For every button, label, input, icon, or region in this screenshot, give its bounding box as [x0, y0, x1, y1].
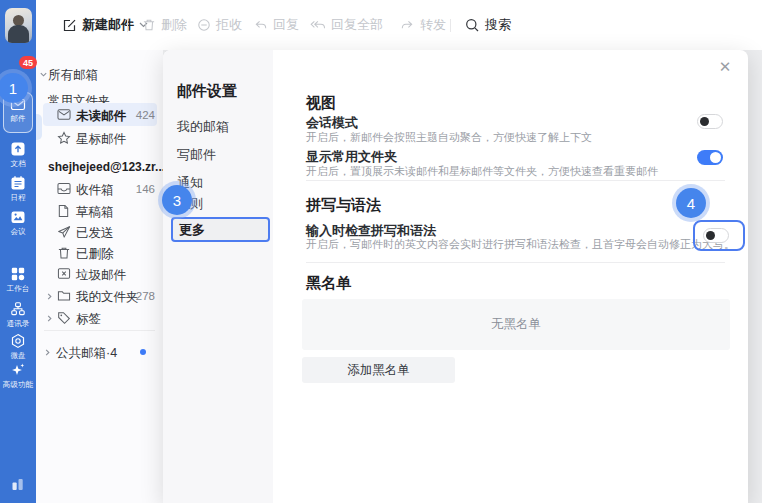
- tag-icon: [57, 311, 71, 325]
- folder-label: 标签: [76, 311, 101, 328]
- inbox-icon: [57, 182, 71, 195]
- workbench-icon: [10, 266, 26, 282]
- add-blacklist-button[interactable]: 添加黑名单: [302, 357, 455, 383]
- delete-button[interactable]: 删除: [142, 0, 187, 50]
- main-toolbar: 新建邮件 删除 拒收 回复: [36, 0, 762, 51]
- sidebar-item-contacts[interactable]: 通讯录: [0, 301, 36, 328]
- sidebar-item-label: 高级功能: [3, 380, 33, 389]
- caret-right-icon: [43, 348, 52, 357]
- folder-label: 公共邮箱·4: [56, 345, 117, 362]
- close-icon[interactable]: ✕: [713, 54, 737, 78]
- reject-label: 拒收: [216, 16, 242, 34]
- account-email: shejhejeed@123.zr...: [48, 160, 165, 174]
- folder-count: 424: [136, 109, 155, 121]
- settings-title: 邮件设置: [177, 82, 237, 101]
- menu-item-more-label: 更多: [179, 221, 205, 239]
- folder-label: 垃圾邮件: [76, 267, 126, 284]
- user-avatar[interactable]: [5, 8, 32, 43]
- sidebar-item-docs[interactable]: 文档: [0, 141, 36, 168]
- sidebar-item-label: 日程: [10, 193, 25, 202]
- folder-label: 所有邮箱: [48, 67, 98, 84]
- sidebar-item-meeting[interactable]: 会议: [0, 209, 36, 236]
- section-heading-blacklist: 黑名单: [306, 274, 351, 293]
- folder-my-folders[interactable]: 我的文件夹 278: [36, 285, 163, 307]
- blacklist-empty-state: 无黑名单: [302, 299, 730, 350]
- folder-sent[interactable]: 已发送: [36, 221, 163, 243]
- toggle-show-common-folders[interactable]: [697, 150, 723, 165]
- account-row[interactable]: shejhejeed@123.zr...: [36, 156, 163, 178]
- folder-unread[interactable]: 未读邮件 424: [36, 104, 163, 126]
- folder-label: 收件箱: [76, 182, 114, 199]
- sidebar-item-drive[interactable]: 微盘: [0, 333, 36, 360]
- toolbar-divider: [127, 19, 128, 32]
- reject-button[interactable]: 拒收: [197, 0, 242, 50]
- folder-divider: [44, 330, 155, 331]
- contacts-icon: [10, 301, 26, 317]
- reply-all-icon: [310, 18, 326, 32]
- unread-dot: [140, 349, 146, 355]
- reply-all-button[interactable]: 回复全部: [310, 0, 383, 50]
- section-heading-spelling: 拼写与语法: [306, 196, 381, 215]
- delete-label: 删除: [161, 16, 187, 34]
- sidebar-item-label: 微盘: [10, 351, 25, 360]
- folder-label: 星标邮件: [76, 131, 126, 148]
- toggle-spellcheck[interactable]: [703, 228, 729, 243]
- sidebar-item-label: 邮件: [10, 114, 25, 123]
- search-label: 搜索: [485, 16, 511, 34]
- sidebar-item-label: 工作台: [7, 284, 30, 293]
- folder-public-mailbox[interactable]: 公共邮箱·4: [36, 341, 163, 363]
- star-icon: [57, 131, 71, 145]
- folder-deleted[interactable]: 已删除: [36, 242, 163, 264]
- menu-item-compose[interactable]: 写邮件: [177, 146, 216, 164]
- folder-starred[interactable]: 星标邮件: [36, 127, 163, 149]
- sidebar-item-calendar[interactable]: 日程: [0, 175, 36, 202]
- row-desc-show-common-folders: 开启后，置顶展示未读邮件和星标邮件等文件夹，方便快速查看重要邮件: [306, 164, 658, 179]
- folder-tags[interactable]: 标签: [36, 307, 163, 329]
- folder-label: 已发送: [76, 225, 114, 242]
- folder-inbox[interactable]: 收件箱 146: [36, 178, 163, 200]
- sidebar-item-label: 通讯录: [7, 319, 30, 328]
- junk-icon: [57, 267, 71, 280]
- forward-button[interactable]: 转发: [400, 0, 446, 50]
- compose-icon: [62, 18, 77, 33]
- trash-icon: [142, 18, 156, 32]
- caret-down-icon: [39, 70, 48, 79]
- reply-icon: [253, 18, 268, 32]
- section-divider: [306, 262, 725, 263]
- unread-mail-icon: [57, 108, 71, 121]
- compose-button[interactable]: 新建邮件: [62, 0, 148, 50]
- sidebar-item-advanced[interactable]: 高级功能: [0, 362, 36, 389]
- folder-junk[interactable]: 垃圾邮件: [36, 263, 163, 285]
- folder-all-mailboxes[interactable]: 所有邮箱: [36, 63, 163, 85]
- block-icon: [197, 18, 211, 32]
- folder-label: 草稿箱: [76, 204, 114, 221]
- sent-icon: [57, 225, 71, 239]
- tutorial-step-4: 4: [676, 188, 706, 218]
- reply-button[interactable]: 回复: [253, 0, 299, 50]
- stats-icon[interactable]: [10, 476, 26, 496]
- menu-item-my-mailbox[interactable]: 我的邮箱: [177, 118, 229, 136]
- toggle-conversation-mode[interactable]: [697, 114, 723, 129]
- drive-icon: [10, 333, 26, 349]
- unread-count-badge: 45: [19, 56, 37, 69]
- row-desc-spellcheck: 开启后，写邮件时的英文内容会实时进行拼写和语法检查，且首字母会自动修正为大写。: [306, 237, 735, 252]
- sidebar-item-label: 文档: [10, 159, 25, 168]
- trash-icon: [57, 246, 71, 260]
- settings-dialog: 邮件设置 我的邮箱 写邮件 通知 规则 更多 ✕ 视图 会话模式 开启后，新邮件…: [163, 50, 748, 503]
- section-heading-view: 视图: [306, 94, 336, 113]
- folder-icon: [57, 289, 71, 302]
- row-desc-conversation-mode: 开启后，新邮件会按照主题自动聚合，方便快速了解上下文: [306, 130, 592, 145]
- folder-panel: 所有邮箱 常用文件夹 未读邮件 424 星标邮件 shejhejeed@123.…: [36, 50, 163, 503]
- menu-item-more[interactable]: 更多: [171, 217, 270, 242]
- forward-icon: [400, 18, 415, 32]
- folder-count: 146: [136, 183, 155, 195]
- sidebar-item-workbench[interactable]: 工作台: [0, 266, 36, 293]
- search-icon: [465, 18, 480, 33]
- folder-label: 已删除: [76, 246, 114, 263]
- folder-drafts[interactable]: 草稿箱: [36, 200, 163, 222]
- meeting-icon: [10, 209, 26, 225]
- reply-all-label: 回复全部: [331, 16, 383, 34]
- section-divider: [306, 180, 725, 181]
- mail-app-window: 新建邮件 删除 拒收 回复: [0, 0, 762, 503]
- search-button[interactable]: 搜索: [465, 0, 511, 50]
